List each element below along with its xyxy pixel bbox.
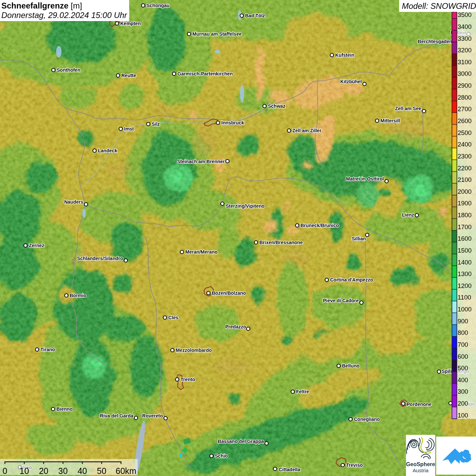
svg-text:Sonthofen: Sonthofen [57, 67, 80, 73]
svg-text:Schongau: Schongau [147, 3, 170, 8]
svg-text:Feltre: Feltre [296, 389, 309, 394]
svg-text:Schneefallgrenze [m]: Schneefallgrenze [m] [1, 1, 82, 10]
svg-text:Landeck: Landeck [98, 148, 117, 153]
svg-text:1600: 1600 [458, 235, 472, 242]
svg-text:Pieve di Cadore: Pieve di Cadore [323, 298, 359, 303]
svg-text:50: 50 [97, 466, 106, 476]
svg-text:600: 600 [458, 353, 468, 360]
svg-text:1100: 1100 [458, 294, 471, 301]
svg-text:Innsbruck: Innsbruck [221, 120, 244, 125]
svg-text:100: 100 [458, 412, 468, 419]
svg-text:Treviso: Treviso [346, 462, 363, 468]
svg-text:800: 800 [458, 329, 468, 336]
svg-text:300: 300 [458, 388, 468, 395]
svg-text:20: 20 [39, 466, 48, 476]
svg-text:Mezzolombardo: Mezzolombardo [176, 347, 212, 353]
svg-text:Bormio: Bormio [70, 293, 86, 298]
svg-text:Reutte: Reutte [121, 73, 136, 78]
svg-text:Kufstein: Kufstein [335, 52, 354, 58]
svg-text:1500: 1500 [458, 247, 472, 254]
svg-text:900: 900 [458, 318, 468, 325]
svg-text:Kempten: Kempten [120, 21, 141, 26]
svg-text:Pordenone: Pordenone [407, 402, 431, 407]
svg-text:1400: 1400 [458, 259, 472, 266]
svg-text:1800: 1800 [458, 211, 472, 219]
svg-text:Tirano: Tirano [40, 347, 55, 352]
svg-text:Predazzo: Predazzo [225, 324, 246, 329]
svg-text:Murnau am Staffelsee: Murnau am Staffelsee [192, 31, 242, 37]
svg-text:Meran/Merano: Meran/Merano [185, 249, 218, 255]
svg-text:Schlanders/Silandro: Schlanders/Silandro [77, 256, 123, 261]
svg-text:Garmisch-Partenkirchen: Garmisch-Partenkirchen [177, 71, 233, 76]
svg-text:Trento: Trento [181, 377, 195, 382]
svg-text:2700: 2700 [458, 105, 472, 113]
svg-text:Modell: SNOWGRID: Modell: SNOWGRID [402, 1, 476, 11]
svg-text:Imst: Imst [124, 126, 134, 132]
svg-text:Bassano del Grappa: Bassano del Grappa [218, 439, 264, 444]
svg-text:Cittadella: Cittadella [279, 467, 300, 472]
svg-text:1900: 1900 [458, 200, 472, 207]
svg-text:2300: 2300 [458, 153, 472, 160]
svg-text:1700: 1700 [458, 223, 472, 231]
svg-text:3300: 3300 [458, 35, 472, 42]
svg-text:Zell am See: Zell am See [395, 106, 421, 111]
svg-text:Matrei in Osttirol: Matrei in Osttirol [346, 176, 384, 182]
svg-text:Bienno: Bienno [56, 406, 72, 412]
svg-text:Schio: Schio [215, 453, 228, 459]
svg-text:Sillian: Sillian [352, 236, 366, 241]
svg-text:Kitzbühel: Kitzbühel [340, 79, 362, 84]
svg-text:Donnerstag, 29.02.2024 15:00 U: Donnerstag, 29.02.2024 15:00 Uhr [1, 11, 128, 20]
svg-text:10: 10 [19, 466, 29, 476]
svg-text:1300: 1300 [458, 270, 472, 277]
svg-text:60km: 60km [116, 466, 136, 476]
svg-text:3100: 3100 [458, 58, 472, 66]
svg-text:2100: 2100 [458, 176, 472, 183]
svg-text:Bad Tölz: Bad Tölz [245, 13, 265, 18]
svg-text:2600: 2600 [458, 117, 472, 124]
svg-text:Bozen/Bolzano: Bozen/Bolzano [212, 290, 246, 296]
svg-text:Austria: Austria [413, 468, 429, 473]
svg-text:500: 500 [458, 364, 468, 372]
svg-text:Riva del Garda: Riva del Garda [100, 413, 133, 419]
svg-text:Rovereto: Rovereto [142, 413, 163, 419]
svg-text:Nauders: Nauders [64, 199, 83, 205]
svg-text:Belluno: Belluno [342, 363, 359, 369]
svg-text:200: 200 [458, 400, 468, 407]
svg-text:Zell am Ziller: Zell am Ziller [292, 128, 322, 133]
svg-text:1200: 1200 [458, 282, 472, 289]
svg-text:Brixen/Bressanone: Brixen/Bressanone [259, 240, 303, 245]
svg-text:Berchtesgaden: Berchtesgaden [418, 39, 452, 44]
svg-text:Schwaz: Schwaz [268, 103, 285, 109]
svg-text:2800: 2800 [458, 94, 472, 101]
svg-text:3000: 3000 [458, 70, 472, 77]
svg-text:400: 400 [458, 376, 468, 384]
svg-text:Conegliano: Conegliano [354, 417, 380, 422]
svg-text:3200: 3200 [458, 47, 472, 54]
svg-text:Lienz: Lienz [402, 212, 414, 218]
svg-text:2200: 2200 [458, 165, 472, 172]
svg-text:Cles: Cles [168, 315, 178, 320]
svg-text:2900: 2900 [458, 82, 472, 89]
svg-text:GeoSphere: GeoSphere [406, 461, 435, 467]
svg-text:2400: 2400 [458, 141, 472, 148]
svg-text:Zernez: Zernez [29, 243, 44, 248]
svg-text:Silz: Silz [152, 121, 160, 127]
svg-text:30: 30 [58, 466, 68, 476]
svg-text:3500: 3500 [458, 11, 472, 18]
svg-text:Mittersill: Mittersill [380, 118, 400, 123]
svg-text:Cortina d'Ampezzo: Cortina d'Ampezzo [330, 277, 373, 283]
svg-text:2500: 2500 [458, 129, 472, 136]
svg-text:Steinach am Brenner: Steinach am Brenner [177, 159, 225, 164]
svg-text:3400: 3400 [458, 23, 472, 30]
svg-text:1000: 1000 [458, 306, 472, 313]
svg-text:2000: 2000 [458, 188, 472, 195]
svg-text:Sterzing/Vipiteno: Sterzing/Vipiteno [226, 203, 265, 209]
svg-text:700: 700 [458, 341, 468, 348]
svg-text:0: 0 [3, 466, 7, 476]
svg-text:Bruneck/Brunico: Bruneck/Brunico [301, 223, 339, 228]
svg-text:40: 40 [78, 466, 87, 476]
